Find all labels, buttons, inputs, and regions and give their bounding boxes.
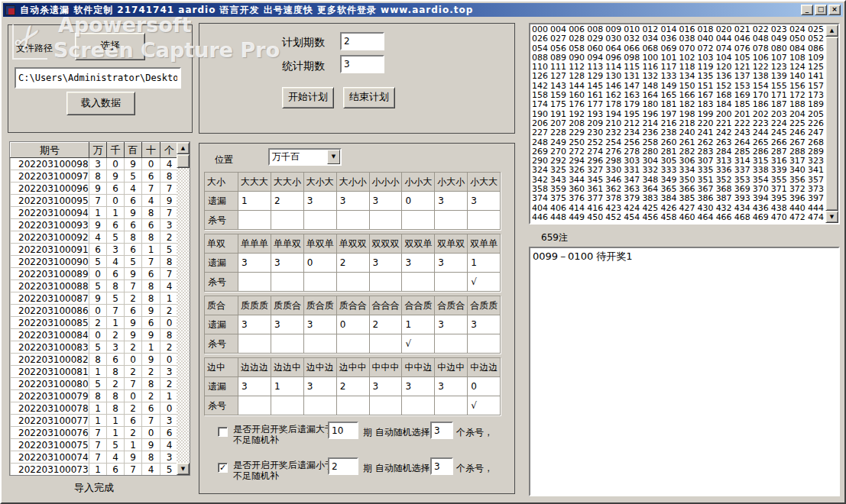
- table-row[interactable]: 20220310007474983: [11, 451, 179, 464]
- table-row[interactable]: 20220310009411987: [11, 207, 179, 219]
- kill-cell[interactable]: [303, 273, 336, 292]
- table-row[interactable]: 20220310009396663: [11, 219, 179, 231]
- scroll-up-icon[interactable]: ▲: [177, 142, 190, 154]
- numbers-scrollbar[interactable]: ▲ ▼: [825, 24, 838, 223]
- threshold-input[interactable]: [328, 457, 358, 475]
- kill-cell[interactable]: [468, 334, 501, 354]
- kill-cell[interactable]: [271, 273, 303, 292]
- chevron-down-icon[interactable]: ▼: [327, 150, 340, 164]
- history-column-header[interactable]: 个: [160, 143, 179, 158]
- kill-cell[interactable]: [435, 273, 468, 292]
- kill-cell[interactable]: [238, 396, 271, 415]
- pick-count-input[interactable]: [430, 422, 453, 439]
- table-row[interactable]: 20220310007240252: [11, 476, 179, 477]
- table-row[interactable]: 20220310007575194: [11, 439, 179, 451]
- file-path-input[interactable]: [15, 67, 181, 89]
- digit-cell: 9: [125, 207, 142, 219]
- candidate-numbers-panel[interactable]: 0000040060080090100120140160180200210220…: [529, 23, 840, 225]
- kill-cell[interactable]: [336, 396, 369, 415]
- history-column-header[interactable]: 万: [89, 143, 107, 158]
- scroll-down-icon[interactable]: ▼: [177, 463, 190, 475]
- end-plan-button[interactable]: 结束计划: [343, 87, 395, 108]
- threshold-input[interactable]: [328, 422, 358, 439]
- number-cell: 330: [605, 166, 621, 175]
- kill-cell[interactable]: √: [468, 273, 501, 292]
- table-row[interactable]: 20220310008353212: [11, 341, 179, 354]
- history-column-header[interactable]: 千: [107, 143, 125, 158]
- maximize-button[interactable]: □: [815, 5, 827, 15]
- history-column-header[interactable]: 期号: [11, 143, 89, 158]
- period-cell: 202203100083: [11, 341, 89, 354]
- pattern-header: 小大小: [435, 173, 468, 192]
- kill-cell[interactable]: √: [402, 334, 435, 354]
- history-scrollbar[interactable]: ▲ ▼: [177, 142, 190, 475]
- table-row[interactable]: 20220310009054578: [11, 256, 179, 268]
- load-data-button[interactable]: 载入数据: [66, 92, 135, 115]
- table-row[interactable]: 20220310007988021: [11, 390, 179, 402]
- kill-cell[interactable]: [402, 396, 435, 415]
- kill-cell[interactable]: [435, 334, 468, 354]
- number-cell: 236: [642, 128, 658, 137]
- kill-cell[interactable]: [271, 334, 303, 354]
- table-row[interactable]: 20220310009789568: [11, 170, 179, 183]
- number-cell: 266: [771, 138, 787, 147]
- table-row[interactable]: 20220310008607692: [11, 305, 179, 317]
- table-row[interactable]: 20220310007818260: [11, 402, 179, 415]
- kill-cell[interactable]: [369, 273, 402, 292]
- kill-cell[interactable]: [369, 396, 402, 415]
- kill-cell[interactable]: [402, 211, 435, 230]
- table-row[interactable]: 20220310008402998: [11, 329, 179, 341]
- table-row[interactable]: 20220310007316745: [11, 464, 179, 476]
- digit-cell: 2: [160, 341, 179, 354]
- kill-cell[interactable]: [435, 211, 468, 230]
- table-row[interactable]: 20220310008795281: [11, 292, 179, 305]
- table-row[interactable]: 20220310009163615: [11, 244, 179, 256]
- scrollbar-thumb[interactable]: [177, 154, 190, 168]
- kill-cell[interactable]: [369, 334, 402, 354]
- table-row[interactable]: 20220310008521960: [11, 317, 179, 329]
- table-row[interactable]: 20220310008052782: [11, 378, 179, 390]
- history-column-header[interactable]: 百: [125, 143, 142, 158]
- kill-cell[interactable]: [336, 334, 369, 354]
- plan-periods-input[interactable]: [340, 32, 384, 50]
- table-row[interactable]: 20220310009245882: [11, 231, 179, 244]
- table-row[interactable]: 20220310007711673: [11, 415, 179, 427]
- select-file-button[interactable]: 选择: [75, 33, 145, 60]
- start-plan-button[interactable]: 开始计划: [282, 87, 334, 108]
- kill-cell[interactable]: [435, 396, 468, 415]
- table-row[interactable]: 20220310009696477: [11, 183, 179, 195]
- pick-count-input[interactable]: [430, 457, 453, 475]
- kill-cell[interactable]: [336, 211, 369, 230]
- stat-periods-input[interactable]: [340, 55, 384, 73]
- kill-cell[interactable]: [271, 211, 303, 230]
- scrollbar-thumb[interactable]: [825, 37, 838, 211]
- table-row[interactable]: 20220310008858784: [11, 280, 179, 292]
- minimize-button[interactable]: _: [801, 5, 813, 15]
- scroll-down-icon[interactable]: ▼: [825, 211, 838, 223]
- kill-cell[interactable]: [303, 334, 336, 354]
- history-column-header[interactable]: 十: [142, 143, 160, 158]
- checkbox[interactable]: ✓: [218, 463, 228, 473]
- table-row[interactable]: 20220310009570649: [11, 195, 179, 207]
- position-dropdown[interactable]: 万千百 ▼: [268, 148, 342, 166]
- table-row[interactable]: 20220310009830904: [11, 158, 179, 170]
- table-row[interactable]: 20220310007671206: [11, 427, 179, 439]
- table-row[interactable]: 20220310008118223: [11, 366, 179, 378]
- kill-cell[interactable]: [468, 211, 501, 230]
- table-row[interactable]: 20220310008286090: [11, 354, 179, 366]
- kill-cell[interactable]: √: [468, 396, 501, 415]
- kill-cell[interactable]: [402, 273, 435, 292]
- kill-cell[interactable]: [369, 211, 402, 230]
- kill-cell[interactable]: [238, 273, 271, 292]
- kill-cell[interactable]: [271, 396, 303, 415]
- checkbox[interactable]: [218, 427, 228, 437]
- scroll-up-icon[interactable]: ▲: [825, 24, 838, 37]
- close-button[interactable]: ×: [828, 5, 841, 15]
- kill-cell[interactable]: [238, 334, 271, 354]
- kill-cell[interactable]: [238, 211, 271, 230]
- kill-cell[interactable]: [303, 211, 336, 230]
- kill-cell[interactable]: [336, 273, 369, 292]
- table-row[interactable]: 20220310008906967: [11, 268, 179, 280]
- pending-result-panel[interactable]: 0099－0100 待开奖1: [529, 247, 840, 496]
- kill-cell[interactable]: [303, 396, 336, 415]
